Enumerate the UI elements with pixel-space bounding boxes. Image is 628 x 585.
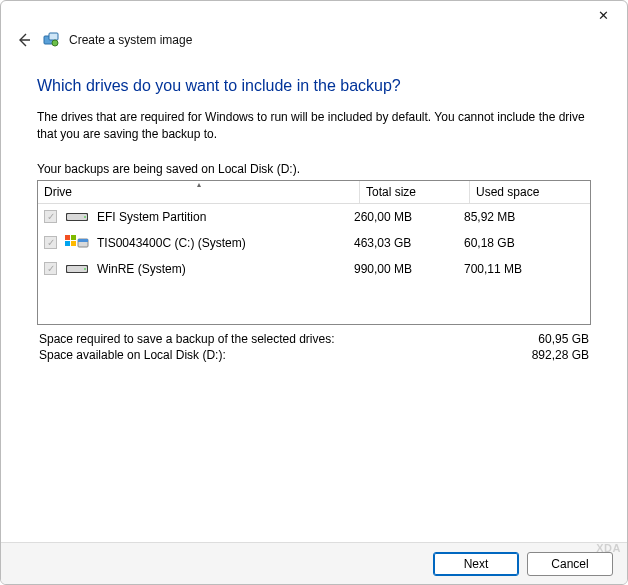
cell-used-space: 85,92 MB <box>464 210 584 224</box>
system-image-icon <box>43 32 59 48</box>
windows-drive-icon <box>65 236 89 250</box>
svg-rect-7 <box>71 235 76 240</box>
drive-name: TIS0043400C (C:) (System) <box>97 236 246 250</box>
content-area: Which drives do you want to include in t… <box>1 57 627 363</box>
svg-rect-6 <box>65 235 70 240</box>
drive-checkbox: ✓ <box>44 236 57 249</box>
cancel-button[interactable]: Cancel <box>527 552 613 576</box>
svg-rect-8 <box>65 241 70 246</box>
table-row[interactable]: ✓TIS0043400C (C:) (System)463,03 GB60,18… <box>38 230 590 256</box>
back-button[interactable] <box>15 31 33 49</box>
sort-indicator-icon: ▴ <box>197 180 201 189</box>
table-body: ✓EFI System Partition260,00 MB85,92 MB✓T… <box>38 204 590 324</box>
summary-required-label: Space required to save a backup of the s… <box>39 332 335 346</box>
titlebar: ✕ <box>1 1 627 29</box>
saving-location-text: Your backups are being saved on Local Di… <box>37 162 591 176</box>
cell-drive: ✓TIS0043400C (C:) (System) <box>44 236 354 250</box>
wizard-header: Create a system image <box>1 29 627 57</box>
table-header[interactable]: Drive ▴ Total size Used space <box>38 181 590 204</box>
table-row[interactable]: ✓WinRE (System)990,00 MB700,11 MB <box>38 256 590 282</box>
cell-drive: ✓EFI System Partition <box>44 210 354 224</box>
page-description: The drives that are required for Windows… <box>37 109 591 144</box>
close-button[interactable]: ✕ <box>587 5 619 25</box>
column-header-drive-label: Drive <box>44 185 72 199</box>
hdd-icon <box>65 262 89 276</box>
column-header-drive[interactable]: Drive ▴ <box>38 181 360 203</box>
summary-available-label: Space available on Local Disk (D:): <box>39 348 226 362</box>
drive-checkbox: ✓ <box>44 262 57 275</box>
cell-used-space: 60,18 GB <box>464 236 584 250</box>
footer: Next Cancel <box>1 542 627 584</box>
summary-available: Space available on Local Disk (D:): 892,… <box>37 347 591 363</box>
svg-point-5 <box>84 216 86 218</box>
summary: Space required to save a backup of the s… <box>37 331 591 363</box>
drive-checkbox: ✓ <box>44 210 57 223</box>
table-row[interactable]: ✓EFI System Partition260,00 MB85,92 MB <box>38 204 590 230</box>
summary-available-value: 892,28 GB <box>532 348 589 362</box>
svg-rect-1 <box>49 33 58 40</box>
next-button[interactable]: Next <box>433 552 519 576</box>
svg-point-14 <box>84 268 86 270</box>
svg-point-2 <box>52 40 58 46</box>
summary-required: Space required to save a backup of the s… <box>37 331 591 347</box>
cell-total-size: 990,00 MB <box>354 262 464 276</box>
svg-rect-9 <box>71 241 76 246</box>
arrow-left-icon <box>16 32 32 48</box>
wizard-title: Create a system image <box>69 33 192 47</box>
page-heading: Which drives do you want to include in t… <box>37 77 591 95</box>
column-header-used[interactable]: Used space <box>470 181 590 203</box>
column-header-total[interactable]: Total size <box>360 181 470 203</box>
drive-name: WinRE (System) <box>97 262 186 276</box>
hdd-icon <box>65 210 89 224</box>
cell-total-size: 463,03 GB <box>354 236 464 250</box>
drive-name: EFI System Partition <box>97 210 206 224</box>
cell-total-size: 260,00 MB <box>354 210 464 224</box>
drive-table: Drive ▴ Total size Used space ✓EFI Syste… <box>37 180 591 325</box>
summary-required-value: 60,95 GB <box>538 332 589 346</box>
cell-drive: ✓WinRE (System) <box>44 262 354 276</box>
close-icon: ✕ <box>598 8 609 23</box>
svg-rect-11 <box>78 239 88 242</box>
cell-used-space: 700,11 MB <box>464 262 584 276</box>
